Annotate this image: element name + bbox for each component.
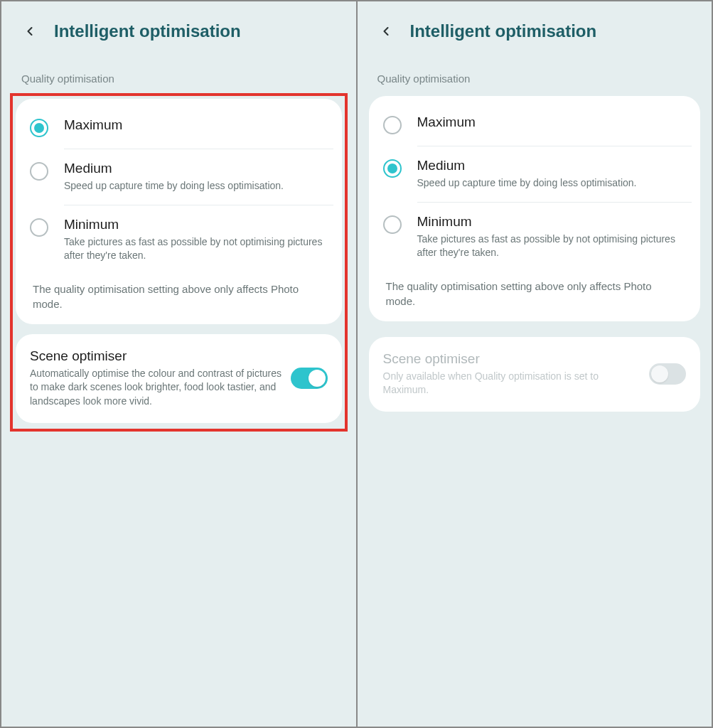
scene-optimiser-title: Scene optimiser — [383, 351, 643, 367]
highlight-box: Maximum Medium Speed up capture time by … — [10, 93, 348, 432]
page-title: Intelligent optimisation — [54, 21, 241, 41]
scene-optimiser-title: Scene optimiser — [30, 348, 284, 364]
scene-optimiser-card: Scene optimiser Automatically optimise t… — [16, 334, 342, 423]
radio-desc: Speed up capture time by doing less opti… — [417, 176, 687, 191]
radio-content: Minimum Take pictures as fast as possibl… — [64, 217, 328, 263]
left-screen: Intelligent optimisation Quality optimis… — [1, 1, 356, 727]
radio-desc: Take pictures as fast as possible by not… — [64, 235, 328, 263]
radio-title: Maximum — [417, 114, 687, 130]
radio-icon — [383, 159, 402, 178]
scene-optimiser-toggle[interactable] — [291, 368, 328, 389]
radio-icon — [30, 218, 48, 237]
radio-option-minimum[interactable]: Minimum Take pictures as fast as possibl… — [16, 205, 342, 274]
radio-title: Minimum — [417, 214, 687, 230]
scene-optimiser-card: Scene optimiser Only available when Qual… — [369, 337, 701, 412]
section-label: Quality optimisation — [358, 50, 712, 90]
radio-content: Medium Speed up capture time by doing le… — [417, 158, 687, 191]
radio-content: Medium Speed up capture time by doing le… — [64, 161, 328, 193]
quality-note: The quality optimisation setting above o… — [16, 274, 342, 311]
toggle-knob — [309, 370, 326, 387]
radio-option-minimum[interactable]: Minimum Take pictures as fast as possibl… — [369, 203, 701, 272]
scene-optimiser-desc: Only available when Quality optimisation… — [383, 370, 643, 397]
radio-icon — [383, 116, 402, 134]
toggle-content: Scene optimiser Only available when Qual… — [383, 351, 643, 397]
radio-option-medium[interactable]: Medium Speed up capture time by doing le… — [16, 149, 342, 205]
radio-icon — [383, 215, 402, 234]
scene-optimiser-desc: Automatically optimise the colour and co… — [30, 367, 284, 409]
radio-desc: Take pictures as fast as possible by not… — [417, 232, 687, 260]
radio-content: Maximum — [417, 114, 687, 130]
radio-icon — [30, 119, 48, 137]
right-screen: Intelligent optimisation Quality optimis… — [358, 1, 712, 727]
quality-note: The quality optimisation setting above o… — [369, 272, 701, 309]
scene-optimiser-toggle — [649, 363, 686, 385]
radio-option-medium[interactable]: Medium Speed up capture time by doing le… — [369, 146, 701, 202]
radio-content: Minimum Take pictures as fast as possibl… — [417, 214, 687, 260]
toggle-content: Scene optimiser Automatically optimise t… — [30, 348, 284, 409]
section-label: Quality optimisation — [1, 50, 356, 90]
page-title: Intelligent optimisation — [410, 21, 597, 41]
radio-option-maximum[interactable]: Maximum — [16, 106, 342, 149]
radio-title: Medium — [417, 158, 687, 173]
radio-desc: Speed up capture time by doing less opti… — [64, 179, 328, 193]
toggle-knob — [651, 365, 668, 382]
radio-title: Medium — [64, 161, 328, 176]
radio-option-maximum[interactable]: Maximum — [369, 103, 701, 146]
back-icon[interactable] — [379, 24, 393, 38]
quality-options-card: Maximum Medium Speed up capture time by … — [16, 99, 342, 324]
radio-icon — [30, 162, 48, 181]
header: Intelligent optimisation — [358, 1, 712, 50]
back-icon[interactable] — [23, 24, 37, 38]
radio-title: Minimum — [64, 217, 328, 232]
radio-content: Maximum — [64, 117, 328, 133]
quality-options-card: Maximum Medium Speed up capture time by … — [369, 96, 701, 321]
header: Intelligent optimisation — [1, 1, 356, 50]
radio-title: Maximum — [64, 117, 328, 133]
